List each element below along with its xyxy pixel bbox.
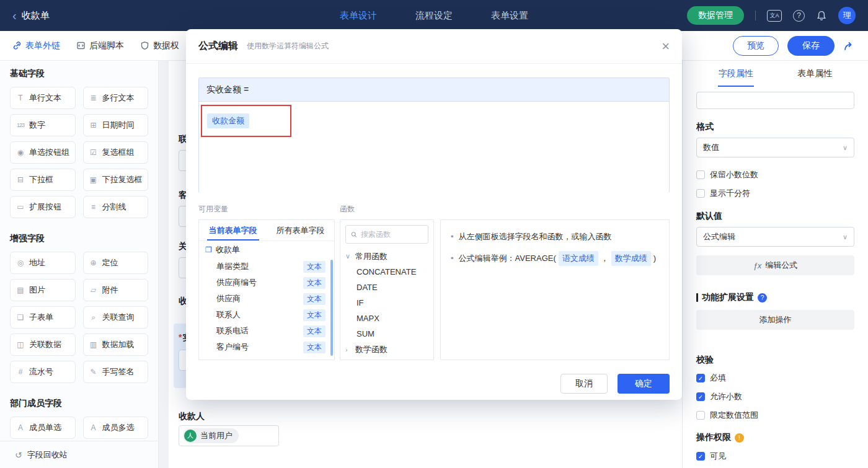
tab-field-properties[interactable]: 字段属性 (696, 68, 776, 84)
keep-decimal-checkbox[interactable] (696, 170, 705, 179)
function-item[interactable]: IF (340, 295, 433, 311)
allow-decimal-checkbox[interactable]: ✓ (696, 392, 705, 401)
tab-form-properties[interactable]: 表单属性 (776, 68, 855, 84)
field-multi-line-text[interactable]: ≣多行文本 (83, 87, 149, 109)
format-select[interactable]: 数值 ∨ (696, 138, 854, 157)
help-icon[interactable]: ? (793, 10, 805, 22)
field-image[interactable]: ▤图片 (10, 279, 76, 301)
red-annotation-box: 收款金额 (201, 105, 291, 137)
function-search-box (345, 225, 428, 244)
required-checkbox-row[interactable]: ✓ 必填 (696, 372, 854, 384)
variables-root-node[interactable]: ❐ 收款单 (199, 241, 334, 258)
field-linked-query[interactable]: ⌕关联查询 (83, 306, 149, 329)
data-permission-link[interactable]: 数据权 (140, 40, 179, 51)
field-subform[interactable]: ❏子表单 (10, 306, 76, 329)
confirm-button[interactable]: 确定 (618, 374, 670, 394)
field-datetime[interactable]: ⊞日期时间 (83, 114, 149, 136)
function-item[interactable]: MAPX (340, 311, 433, 326)
field-extend-button[interactable]: ▭扩展按钮 (10, 196, 76, 218)
field-radio-group[interactable]: ◉单选按钮组 (10, 141, 76, 164)
backend-script-link[interactable]: 后端脚本 (76, 40, 124, 51)
required-checkbox[interactable]: ✓ (696, 374, 705, 382)
permission-info-icon[interactable]: ! (735, 433, 744, 443)
variable-item[interactable]: 联系人文本 (199, 307, 334, 323)
field-single-line-text[interactable]: T单行文本 (10, 87, 76, 109)
tab-all-form-fields[interactable]: 所有表单字段 (267, 220, 334, 241)
field-attachment[interactable]: ▱附件 (83, 279, 149, 301)
linked-query-icon: ⌕ (89, 313, 99, 322)
variable-item[interactable]: 供应商文本 (199, 291, 334, 307)
field-name-input[interactable] (696, 92, 854, 109)
bell-icon[interactable] (816, 10, 827, 21)
field-member-single[interactable]: A成员单选 (10, 417, 76, 439)
form-external-link[interactable]: 表单外链 (12, 40, 60, 51)
field-select[interactable]: ⊟下拉框 (10, 169, 76, 191)
translate-icon[interactable]: 文A (767, 10, 782, 22)
formula-input-area[interactable]: 收款金额 (199, 102, 669, 193)
panel-labels: 可用变量 函数 (198, 204, 670, 214)
function-group-math[interactable]: › 数学函数 (340, 342, 433, 357)
tab-form-design[interactable]: 表单设计 (340, 10, 377, 22)
add-action-button[interactable]: 添加操作 (696, 310, 854, 330)
close-icon[interactable]: × (662, 40, 670, 53)
extension-help-icon[interactable]: ? (758, 293, 767, 302)
allow-decimal-checkbox-row[interactable]: ✓ 允许小数 (696, 391, 854, 403)
thousand-separator-checkbox-row[interactable]: 显示千分符 (696, 187, 854, 200)
modal-footer: 取消 确定 (198, 374, 670, 394)
script-icon (76, 41, 86, 50)
function-search-input[interactable] (361, 230, 423, 239)
variable-item[interactable]: 供应商编号文本 (199, 275, 334, 291)
field-checkbox-group[interactable]: ☑复选框组 (83, 141, 149, 164)
default-value-select[interactable]: 公式编辑 ∨ (696, 227, 854, 247)
chevron-collapsed-icon: › (345, 346, 352, 353)
field-divider[interactable]: ≡分割线 (83, 196, 149, 218)
field-multi-select[interactable]: ▣下拉复选框 (83, 169, 149, 191)
payee-field-input[interactable]: 人 当前用户 (179, 425, 279, 446)
variable-item[interactable]: 联系电话文本 (199, 323, 334, 339)
number-icon: 123 (16, 122, 25, 128)
back-button[interactable]: ‹ 收款单 (12, 9, 50, 22)
cancel-button[interactable]: 取消 (560, 374, 608, 394)
preview-button[interactable]: 预览 (733, 36, 779, 56)
function-group-text[interactable]: › 文本函数 (340, 357, 433, 360)
thousand-separator-checkbox[interactable] (696, 189, 705, 198)
function-item[interactable]: SUM (340, 326, 433, 342)
data-manage-button[interactable]: 数据管理 (687, 6, 744, 25)
limit-range-checkbox-row[interactable]: 限定数值范围 (696, 409, 854, 422)
type-tag: 文本 (303, 277, 326, 289)
visible-checkbox[interactable]: ✓ (696, 452, 705, 461)
share-icon[interactable] (843, 40, 856, 51)
tip-line-1: • 从左侧面板选择字段名和函数，或输入函数 (451, 230, 659, 244)
edit-formula-button[interactable]: ƒx 编辑公式 (696, 255, 854, 275)
functions-panel: ∨ 常用函数 CONCATENATE DATE IF MAPX SUM › 数学… (340, 219, 434, 360)
function-item[interactable]: CONCATENATE (340, 264, 433, 280)
topbar-actions: 数据管理 文A ? 理 (687, 6, 856, 25)
current-user-chip[interactable]: 人 当前用户 (183, 428, 239, 443)
variable-item[interactable]: 单据类型文本 (199, 258, 334, 275)
field-signature[interactable]: ✎手写签名 (83, 361, 149, 383)
tab-flow-setting[interactable]: 流程设定 (415, 10, 453, 22)
tab-current-form-fields[interactable]: 当前表单字段 (199, 220, 267, 241)
field-number[interactable]: 123数字 (10, 114, 76, 136)
visible-checkbox-row[interactable]: ✓ 可见 (696, 450, 854, 462)
keep-decimal-checkbox-row[interactable]: 保留小数位数 (696, 169, 854, 181)
variables-scrollbar[interactable] (330, 260, 333, 356)
field-recycle-bin[interactable]: ↺ 字段回收站 (0, 441, 158, 468)
field-data-load[interactable]: ▥数据加载 (83, 333, 149, 356)
variable-item[interactable]: 客户编号文本 (199, 339, 334, 355)
field-linked-data[interactable]: ◫关联数据 (10, 333, 76, 356)
formula-field-chip[interactable]: 收款金额 (207, 113, 249, 128)
field-member-multi[interactable]: A成员多选 (83, 417, 149, 439)
section-bar (696, 293, 698, 302)
user-avatar[interactable]: 理 (838, 7, 856, 24)
bullet-icon: • (451, 252, 454, 265)
function-item[interactable]: DATE (340, 280, 433, 295)
field-serial-number[interactable]: #流水号 (10, 361, 76, 383)
save-button[interactable]: 保存 (787, 36, 835, 56)
payee-field-label: 收款人 (179, 411, 205, 422)
function-group-common[interactable]: ∨ 常用函数 (340, 249, 433, 264)
limit-range-checkbox[interactable] (696, 411, 705, 420)
tab-form-setting[interactable]: 表单设置 (491, 10, 528, 22)
field-address[interactable]: ◎地址 (10, 252, 76, 274)
field-location[interactable]: ⊕定位 (83, 252, 149, 274)
